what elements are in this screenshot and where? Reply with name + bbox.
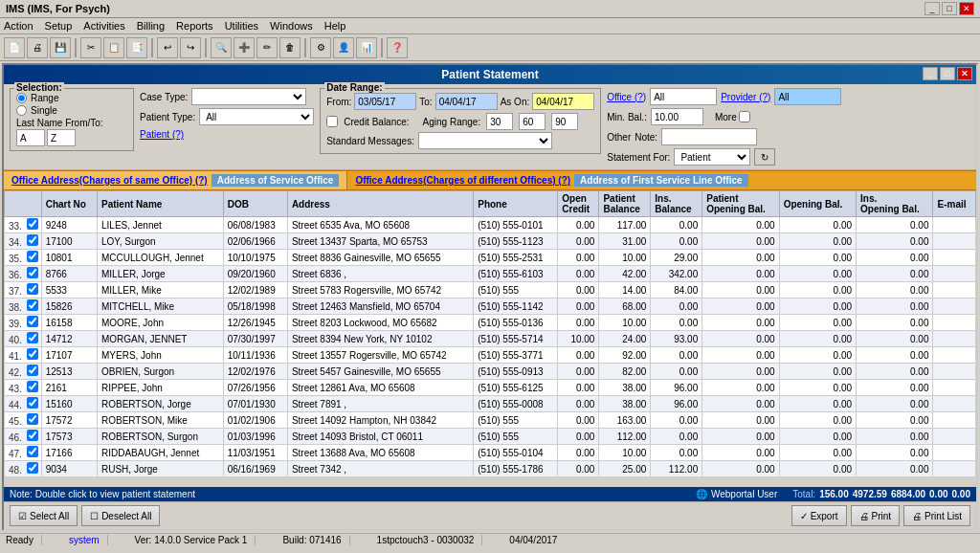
- address-tab-1-label[interactable]: Office Address(Charges of same Office) (…: [11, 175, 208, 186]
- menu-billing[interactable]: Billing: [137, 20, 165, 32]
- aging-90-input[interactable]: [551, 113, 578, 130]
- address-tab-2-label[interactable]: Office Address(Charges of different Offi…: [355, 175, 570, 186]
- menu-reports[interactable]: Reports: [176, 20, 213, 32]
- toolbar-btn-13[interactable]: ⚙: [310, 37, 331, 58]
- table-row[interactable]: 47. 17166 RIDDABAUGH, Jennet 11/03/1951 …: [5, 445, 976, 461]
- toolbar-btn-7[interactable]: ↩: [157, 37, 178, 58]
- row-checkbox[interactable]: [27, 365, 38, 376]
- row-checkbox[interactable]: [27, 381, 38, 392]
- from-input[interactable]: [16, 129, 45, 146]
- table-row[interactable]: 36. 8766 MILLER, Jorge 09/20/1960 Street…: [5, 266, 976, 282]
- row-checkbox[interactable]: [27, 283, 38, 295]
- row-checkbox[interactable]: [27, 332, 38, 343]
- table-row[interactable]: 43. 2161 RIPPEE, John 07/26/1956 Street …: [5, 380, 976, 396]
- office-input[interactable]: [650, 88, 717, 105]
- toolbar-btn-12[interactable]: 🗑: [279, 37, 301, 58]
- table-row[interactable]: 35. 10801 MCCULLOUGH, Jennet 10/10/1975 …: [5, 250, 976, 266]
- toolbar-btn-11[interactable]: ✏: [256, 37, 278, 58]
- toolbar-btn-16[interactable]: ❓: [387, 37, 408, 58]
- deselect-all-button[interactable]: ☐ Deselect All: [81, 505, 160, 526]
- menu-utilities[interactable]: Utilities: [225, 20, 258, 32]
- toolbar-btn-6[interactable]: 📑: [126, 37, 147, 58]
- row-checkbox[interactable]: [27, 218, 38, 230]
- menu-setup[interactable]: Setup: [45, 20, 73, 32]
- toolbar-btn-4[interactable]: ✂: [80, 37, 101, 58]
- other-note-input[interactable]: [661, 128, 757, 145]
- min-bal-input[interactable]: [651, 108, 703, 125]
- case-type-select[interactable]: [191, 88, 306, 105]
- toolbar-btn-5[interactable]: 📋: [103, 37, 124, 58]
- patient-type-select[interactable]: All: [199, 108, 314, 125]
- date-from-input[interactable]: [354, 93, 416, 110]
- table-row[interactable]: 33. 9248 LILES, Jennet 06/08/1983 Street…: [5, 217, 976, 233]
- as-on-input[interactable]: [532, 93, 594, 110]
- table-row[interactable]: 39. 16158 MOORE, John 12/26/1945 Street …: [5, 315, 976, 331]
- table-row[interactable]: 41. 17107 MYERS, John 10/11/1936 Street …: [5, 347, 976, 364]
- patient-link[interactable]: Patient (?): [140, 128, 314, 140]
- select-all-button[interactable]: ☑ Select All: [10, 505, 78, 526]
- date-to-input[interactable]: [435, 93, 498, 110]
- toolbar-btn-14[interactable]: 👤: [333, 37, 354, 58]
- table-row[interactable]: 38. 15826 MITCHELL, Mike 05/18/1998 Stre…: [5, 299, 976, 315]
- aging-60-input[interactable]: [519, 113, 546, 130]
- row-checkbox[interactable]: [27, 316, 38, 327]
- toolbar-btn-3[interactable]: 💾: [50, 37, 71, 58]
- table-row[interactable]: 37. 5533 MILLER, Mike 12/02/1989 Street …: [5, 282, 976, 299]
- menu-windows[interactable]: Windows: [270, 20, 313, 32]
- menu-help[interactable]: Help: [324, 20, 346, 32]
- toolbar-btn-15[interactable]: 📊: [356, 37, 377, 58]
- print-button[interactable]: 🖨 Print: [851, 505, 901, 526]
- toolbar-btn-10[interactable]: ➕: [234, 37, 255, 58]
- win-minimize[interactable]: _: [923, 67, 938, 80]
- table-row[interactable]: 45. 17572 ROBERTSON, Mike 01/02/1906 Str…: [5, 412, 976, 429]
- to-input[interactable]: [47, 129, 76, 146]
- chart-cell: 2161: [41, 380, 97, 396]
- print-list-button[interactable]: 🖨 Print List: [903, 505, 970, 526]
- row-checkbox[interactable]: [27, 397, 38, 409]
- close-btn[interactable]: ✕: [959, 2, 974, 15]
- row-checkbox[interactable]: [27, 413, 38, 425]
- restore-btn[interactable]: □: [942, 2, 957, 15]
- row-checkbox[interactable]: [27, 446, 38, 457]
- row-checkbox[interactable]: [27, 462, 38, 474]
- credit-balance-checkbox[interactable]: [326, 116, 338, 127]
- address-tab-2[interactable]: Office Address(Charges of different Offi…: [347, 171, 755, 189]
- single-radio[interactable]: [16, 105, 27, 116]
- window-controls[interactable]: _ □ ✕: [923, 67, 972, 80]
- aging-30-input[interactable]: [486, 113, 513, 130]
- table-row[interactable]: 46. 17573 ROBERTSON, Surgon 01/03/1996 S…: [5, 429, 976, 445]
- row-checkbox[interactable]: [27, 348, 38, 360]
- office-label[interactable]: Office (?): [607, 92, 646, 102]
- table-row[interactable]: 48. 9034 RUSH, Jorge 06/16/1969 Street 7…: [5, 461, 976, 477]
- name-cell: MILLER, Jorge: [97, 266, 223, 282]
- patient-help-link[interactable]: Patient (?): [140, 129, 184, 140]
- range-radio[interactable]: [16, 93, 27, 103]
- win-close[interactable]: ✕: [957, 67, 972, 80]
- provider-label[interactable]: Provider (?): [721, 92, 770, 102]
- toolbar-btn-2[interactable]: 🖨: [27, 37, 48, 58]
- menu-activities[interactable]: Activities: [83, 20, 124, 32]
- app-win-btns[interactable]: _ □ ✕: [924, 2, 974, 15]
- row-checkbox[interactable]: [27, 251, 38, 262]
- toolbar-btn-8[interactable]: ↪: [180, 37, 201, 58]
- standard-messages-select[interactable]: [418, 132, 552, 149]
- more-checkbox[interactable]: [739, 111, 750, 122]
- row-checkbox[interactable]: [27, 430, 38, 441]
- toolbar-btn-1[interactable]: 📄: [4, 37, 25, 58]
- table-row[interactable]: 42. 12513 OBRIEN, Surgon 12/02/1976 Stre…: [5, 364, 976, 380]
- menu-action[interactable]: Action: [4, 20, 33, 32]
- address-tab-1[interactable]: Office Address(Charges of same Office) (…: [4, 171, 347, 189]
- table-row[interactable]: 44. 15160 ROBERTSON, Jorge 07/01/1930 St…: [5, 396, 976, 412]
- win-restore[interactable]: □: [940, 67, 955, 80]
- export-button[interactable]: ✓ Export: [791, 505, 847, 526]
- statement-for-select[interactable]: Patient: [674, 148, 750, 166]
- row-checkbox[interactable]: [27, 234, 38, 246]
- row-checkbox[interactable]: [27, 299, 38, 311]
- row-checkbox[interactable]: [27, 267, 38, 278]
- table-row[interactable]: 40. 14712 MORGAN, JENNET 07/30/1997 Stre…: [5, 331, 976, 347]
- refresh-btn[interactable]: ↻: [754, 148, 775, 166]
- minimize-btn[interactable]: _: [924, 2, 940, 15]
- table-row[interactable]: 34. 17100 LOY, Surgon 02/06/1966 Street …: [5, 233, 976, 250]
- provider-input[interactable]: [774, 88, 841, 105]
- toolbar-btn-9[interactable]: 🔍: [211, 37, 232, 58]
